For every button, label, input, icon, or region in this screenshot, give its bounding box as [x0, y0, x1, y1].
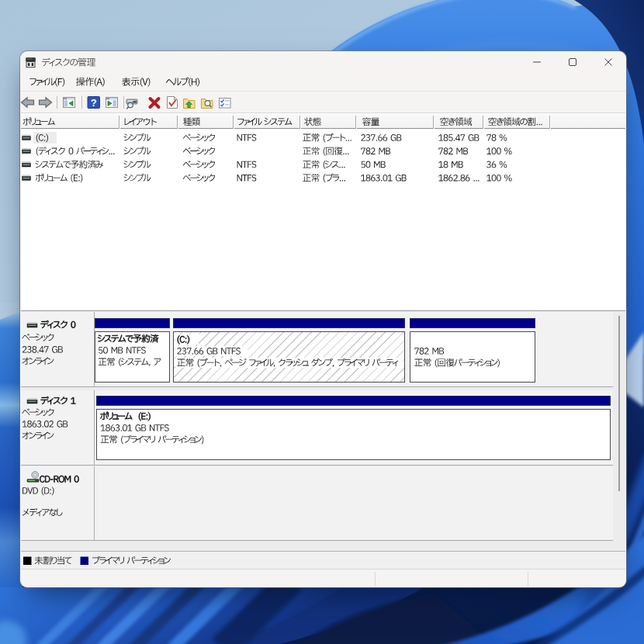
svg-text:?: ?	[91, 97, 97, 109]
